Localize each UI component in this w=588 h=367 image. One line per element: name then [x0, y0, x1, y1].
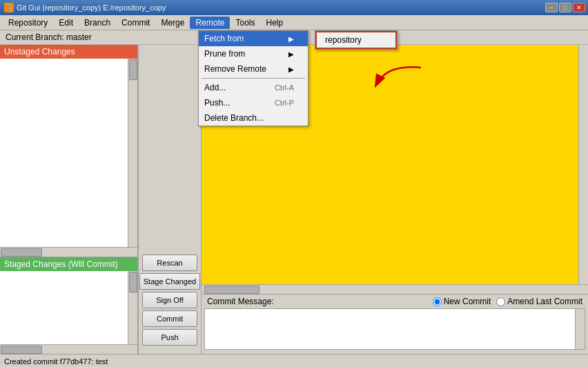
push-button[interactable]: Push: [142, 329, 197, 346]
prune-arrow: ▶: [288, 50, 294, 58]
staged-header: Staged Changes (Will Commit): [0, 257, 137, 271]
staged-scrollbar-v[interactable]: [128, 271, 137, 344]
diff-scrollbar-v[interactable]: [578, 45, 588, 284]
unstaged-scrollbar-h[interactable]: [0, 247, 137, 257]
unstaged-header: Unstaged Changes: [0, 45, 137, 59]
sign-off-button[interactable]: Sign Off: [142, 292, 197, 308]
commit-area: Commit Message: New Commit Amend Last Co…: [202, 294, 588, 354]
menu-bar: Repository Edit Branch Commit Merge Remo…: [0, 15, 588, 30]
remote-dropdown: Fetch from ▶ Prune from ▶ Remove Remote …: [198, 30, 308, 126]
menu-remove-remote[interactable]: Remove Remote ▶: [199, 61, 308, 77]
menu-commit[interactable]: Commit: [116, 17, 155, 29]
commit-button[interactable]: Commit: [142, 310, 197, 327]
status-text: Created commit f77db477: test: [4, 357, 108, 366]
menu-separator: [202, 78, 305, 79]
menu-edit[interactable]: Edit: [53, 17, 79, 29]
menu-merge[interactable]: Merge: [155, 17, 190, 29]
status-bar: Created commit f77db477: test: [0, 354, 588, 367]
amend-commit-radio[interactable]: Amend Last Commit: [496, 297, 582, 306]
commit-scrollbar[interactable]: [575, 309, 585, 349]
fetch-arrow: ▶: [288, 35, 294, 43]
remove-arrow: ▶: [288, 66, 294, 73]
window-controls: − □ ✕: [545, 3, 585, 12]
left-panel: Unstaged Changes Staged Changes (Will Co…: [0, 45, 138, 354]
stage-changed-button[interactable]: Stage Changed: [139, 273, 200, 290]
current-branch-label: Current Branch: master: [6, 32, 92, 42]
title-bar: 🔧 Git Gui (repository_copy) E:/repositor…: [0, 0, 588, 15]
menu-repository[interactable]: Repository: [3, 17, 53, 29]
action-buttons: Rescan Stage Changed Sign Off Commit Pus…: [139, 252, 201, 348]
app-icon: 🔧: [4, 3, 14, 12]
staged-scrollbar-h[interactable]: [0, 344, 137, 354]
maximize-button[interactable]: □: [559, 3, 571, 12]
fetch-repository-item[interactable]: repository: [315, 31, 397, 49]
commit-message-input[interactable]: [204, 308, 585, 350]
minimize-button[interactable]: −: [545, 3, 558, 12]
menu-remote[interactable]: Remote: [190, 17, 230, 29]
commit-message-label: Commit Message:: [207, 297, 274, 306]
menu-push[interactable]: Push... Ctrl-P: [199, 95, 308, 110]
menu-add[interactable]: Add... Ctrl-A: [199, 80, 308, 95]
rescan-button[interactable]: Rescan: [142, 255, 197, 271]
new-commit-radio[interactable]: New Commit: [433, 297, 491, 306]
menu-help[interactable]: Help: [260, 17, 288, 29]
arrow-annotation: [373, 61, 428, 97]
menu-delete-branch[interactable]: Delete Branch...: [199, 110, 308, 126]
arrow-svg: [373, 61, 428, 95]
menu-branch[interactable]: Branch: [79, 17, 116, 29]
menu-fetch-from[interactable]: Fetch from ▶: [199, 31, 308, 46]
unstaged-section: Unstaged Changes: [0, 45, 137, 257]
menu-prune-from[interactable]: Prune from ▶: [199, 46, 308, 61]
menu-tools[interactable]: Tools: [230, 17, 260, 29]
title-text: Git Gui (repository_copy) E:/repository_…: [17, 3, 166, 12]
fetch-submenu: repository: [315, 30, 398, 50]
staged-section: Staged Changes (Will Commit): [0, 257, 137, 354]
unstaged-scrollbar-v[interactable]: [128, 59, 137, 247]
close-button[interactable]: ✕: [573, 3, 585, 12]
diff-scrollbar-h[interactable]: [202, 284, 588, 294]
